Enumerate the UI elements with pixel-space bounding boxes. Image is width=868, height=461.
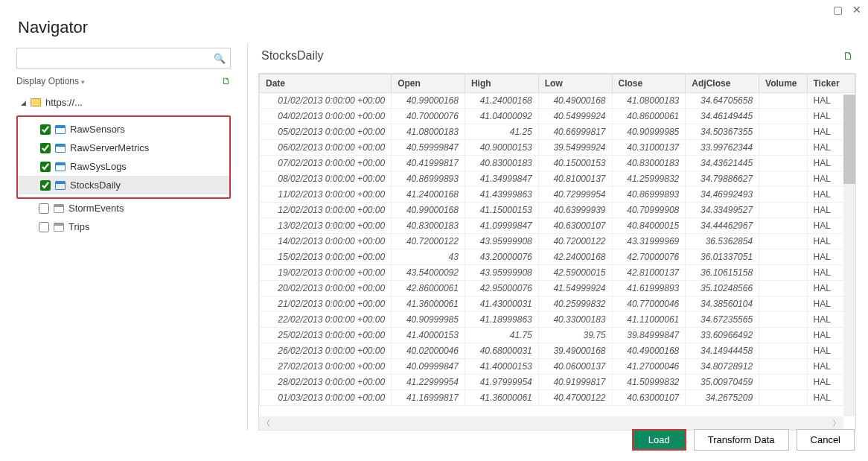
checkbox-stocksdaily[interactable] bbox=[40, 180, 51, 191]
table-row[interactable]: 08/02/2013 0:00:00 +00:0040.8699989341.3… bbox=[260, 171, 855, 187]
table-cell: 34.14944458 bbox=[686, 343, 759, 359]
table-row[interactable]: 07/02/2013 0:00:00 +00:0040.4199981740.8… bbox=[260, 156, 855, 171]
table-row[interactable]: 14/02/2013 0:00:00 +00:0040.7200012243.9… bbox=[260, 234, 855, 249]
transform-data-button[interactable]: Transform Data bbox=[694, 429, 789, 451]
table-cell: 40.70999908 bbox=[612, 203, 686, 218]
table-cell bbox=[759, 359, 807, 375]
tree-item-rawsensors[interactable]: RawSensors bbox=[18, 120, 229, 139]
scrollbar-thumb[interactable] bbox=[843, 95, 855, 184]
table-cell: 43.95999908 bbox=[465, 265, 538, 281]
table-cell: 40.68000031 bbox=[465, 343, 538, 359]
tree-root[interactable]: ◢ https://... bbox=[16, 94, 231, 111]
table-cell bbox=[759, 109, 807, 124]
table-cell: 34.80728912 bbox=[686, 359, 759, 375]
tree-item-label: StormEvents bbox=[68, 203, 124, 214]
collapse-arrow-icon[interactable]: ◢ bbox=[21, 99, 26, 106]
table-cell: 43.31999969 bbox=[612, 234, 686, 249]
table-cell: 39.75 bbox=[538, 328, 612, 343]
close-icon[interactable]: ✕ bbox=[852, 4, 862, 15]
horizontal-scrollbar[interactable]: 〈 〉 bbox=[259, 416, 843, 430]
scroll-left-icon[interactable]: 〈 bbox=[262, 418, 270, 429]
table-cell: 40.90999985 bbox=[612, 124, 686, 140]
search-icon: 🔍 bbox=[214, 53, 226, 64]
table-row[interactable]: 22/02/2013 0:00:00 +00:0040.9099998541.1… bbox=[260, 312, 855, 328]
table-row[interactable]: 28/02/2013 0:00:00 +00:0041.2299995441.9… bbox=[260, 375, 855, 390]
table-cell: 42.86000061 bbox=[392, 281, 465, 296]
table-cell: 34.2675209 bbox=[686, 390, 759, 406]
table-row[interactable]: 20/02/2013 0:00:00 +00:0042.8600006142.9… bbox=[260, 281, 855, 296]
table-icon bbox=[55, 181, 66, 190]
table-cell: 40.86999893 bbox=[612, 187, 686, 203]
table-row[interactable]: 19/02/2013 0:00:00 +00:0043.5400009243.9… bbox=[260, 265, 855, 281]
refresh-preview-icon[interactable]: 🗋 bbox=[843, 50, 853, 62]
search-input-wrapper[interactable]: 🔍 bbox=[16, 48, 231, 69]
column-header[interactable]: Close bbox=[612, 74, 686, 93]
table-cell: 41.97999954 bbox=[465, 375, 538, 390]
tree-item-rawsyslogs[interactable]: RawSysLogs bbox=[18, 157, 229, 176]
scroll-right-icon[interactable]: 〉 bbox=[832, 418, 840, 429]
table-cell bbox=[759, 93, 807, 109]
table-row[interactable]: 15/02/2013 0:00:00 +00:004343.2000007642… bbox=[260, 249, 855, 265]
table-row[interactable]: 06/02/2013 0:00:00 +00:0040.5999984740.9… bbox=[260, 140, 855, 156]
column-header[interactable]: Open bbox=[392, 74, 465, 93]
search-input[interactable] bbox=[22, 53, 214, 64]
table-cell: 25/02/2013 0:00:00 +00:00 bbox=[260, 328, 392, 343]
table-cell: 22/02/2013 0:00:00 +00:00 bbox=[260, 312, 392, 328]
column-header[interactable]: High bbox=[465, 74, 538, 93]
table-cell: 40.41999817 bbox=[392, 156, 465, 171]
table-cell: 34.38560104 bbox=[686, 296, 759, 312]
tree-item-rawservermetrics[interactable]: RawServerMetrics bbox=[18, 139, 229, 157]
checkbox-rawservermetrics[interactable] bbox=[40, 143, 51, 153]
cancel-button[interactable]: Cancel bbox=[797, 429, 855, 451]
load-button[interactable]: Load bbox=[632, 429, 686, 451]
tree-item-trips[interactable]: Trips bbox=[16, 217, 231, 236]
table-cell: 41.16999817 bbox=[392, 390, 465, 406]
checkbox-rawsyslogs[interactable] bbox=[40, 162, 51, 172]
table-icon bbox=[54, 204, 64, 213]
table-cell: 41.25 bbox=[465, 124, 538, 140]
column-header[interactable]: AdjClose bbox=[686, 74, 759, 93]
table-cell bbox=[759, 203, 807, 218]
table-cell: 40.06000137 bbox=[538, 359, 612, 375]
column-header[interactable]: Low bbox=[538, 74, 612, 93]
table-cell bbox=[759, 171, 807, 187]
table-cell: 41.43000031 bbox=[465, 296, 538, 312]
table-cell: 41.08000183 bbox=[392, 124, 465, 140]
table-cell: 42.95000076 bbox=[465, 281, 538, 296]
tree-item-stocksdaily[interactable]: StocksDaily bbox=[18, 176, 229, 194]
column-header[interactable]: Volume bbox=[759, 74, 807, 93]
table-cell: 40.99000168 bbox=[392, 93, 465, 109]
table-row[interactable]: 05/02/2013 0:00:00 +00:0041.0800018341.2… bbox=[260, 124, 855, 140]
tree-item-label: StocksDaily bbox=[70, 179, 121, 191]
vertical-scrollbar[interactable] bbox=[843, 95, 855, 416]
table-cell bbox=[759, 234, 807, 249]
checkbox-trips[interactable] bbox=[39, 222, 49, 232]
table-cell: 36.01337051 bbox=[686, 249, 759, 265]
checkbox-rawsensors[interactable] bbox=[40, 124, 51, 135]
tree-item-stormevents[interactable]: StormEvents bbox=[16, 199, 231, 217]
table-row[interactable]: 01/03/2013 0:00:00 +00:0041.1699981741.3… bbox=[260, 390, 855, 406]
table-cell: 20/02/2013 0:00:00 +00:00 bbox=[260, 281, 392, 296]
column-header[interactable]: Ticker bbox=[807, 74, 855, 93]
table-row[interactable]: 12/02/2013 0:00:00 +00:0040.9900016841.1… bbox=[260, 203, 855, 218]
table-row[interactable]: 11/02/2013 0:00:00 +00:0041.2400016841.4… bbox=[260, 187, 855, 203]
table-cell: 04/02/2013 0:00:00 +00:00 bbox=[260, 109, 392, 124]
table-row[interactable]: 21/02/2013 0:00:00 +00:0041.3600006141.4… bbox=[260, 296, 855, 312]
data-grid: DateOpenHighLowCloseAdjCloseVolumeTicker… bbox=[258, 73, 856, 430]
table-row[interactable]: 25/02/2013 0:00:00 +00:0041.4000015341.7… bbox=[260, 328, 855, 343]
table-cell: 39.49000168 bbox=[538, 343, 612, 359]
table-cell: 21/02/2013 0:00:00 +00:00 bbox=[260, 296, 392, 312]
table-row[interactable]: 13/02/2013 0:00:00 +00:0040.8300018341.0… bbox=[260, 218, 855, 234]
display-options-dropdown[interactable]: Display Options bbox=[16, 76, 85, 86]
table-cell bbox=[759, 390, 807, 406]
table-row[interactable]: 01/02/2013 0:00:00 +00:0040.9900016841.2… bbox=[260, 93, 855, 109]
table-row[interactable]: 27/02/2013 0:00:00 +00:0040.0999984741.4… bbox=[260, 359, 855, 375]
table-row[interactable]: 04/02/2013 0:00:00 +00:0040.7000007641.0… bbox=[260, 109, 855, 124]
table-cell: 34.64705658 bbox=[686, 93, 759, 109]
refresh-tree-icon[interactable]: 🗋 bbox=[222, 76, 231, 86]
checkbox-stormevents[interactable] bbox=[39, 203, 49, 214]
maximize-icon[interactable]: ▢ bbox=[832, 4, 843, 15]
column-header[interactable]: Date bbox=[260, 74, 392, 93]
table-row[interactable]: 26/02/2013 0:00:00 +00:0040.0200004640.6… bbox=[260, 343, 855, 359]
vertical-divider bbox=[247, 43, 248, 430]
